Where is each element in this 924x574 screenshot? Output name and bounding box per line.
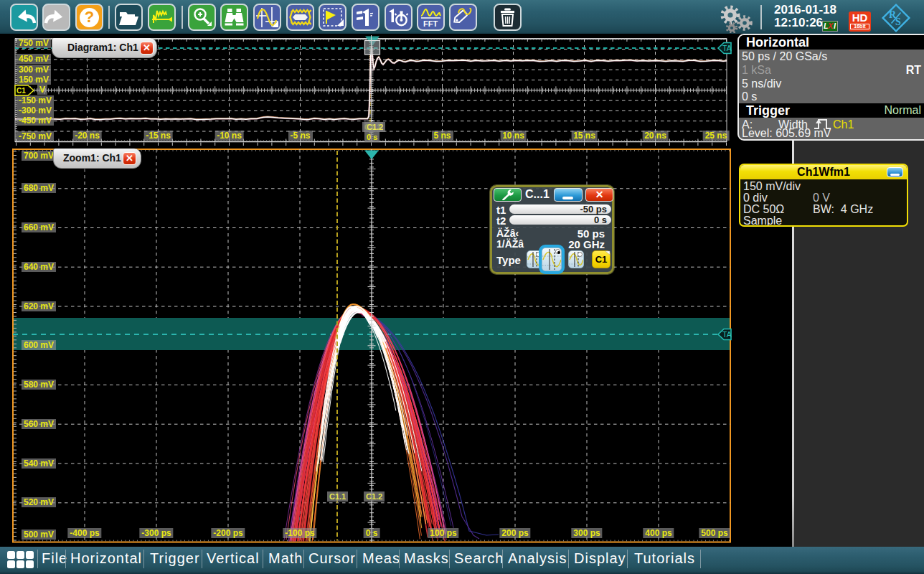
svg-text:TA: TA [722,330,732,339]
svg-text:TA: TA [722,44,732,52]
svg-text:S: S [895,17,901,27]
svg-text:C1: C1 [16,87,26,95]
svg-text:FFT: FFT [423,19,438,28]
